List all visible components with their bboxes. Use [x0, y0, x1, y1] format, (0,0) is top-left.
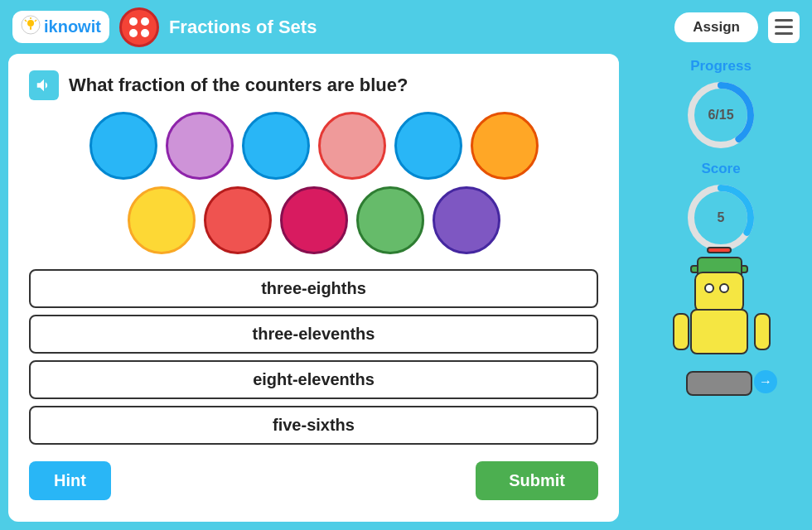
- main-container: What fraction of the counters are blue? …: [0, 54, 812, 530]
- counter-row1-5: [471, 112, 539, 180]
- question-row: What fraction of the counters are blue?: [29, 70, 598, 100]
- question-text: What fraction of the counters are blue?: [69, 75, 408, 96]
- counter-row1-1: [166, 112, 234, 180]
- counter-row2-3: [356, 186, 424, 254]
- assign-button[interactable]: Assign: [674, 12, 758, 42]
- character-area: →: [663, 272, 779, 400]
- robot-head: [694, 272, 744, 313]
- counters-row-1: [89, 112, 539, 180]
- panel-divider: [627, 54, 630, 522]
- menu-line-3: [775, 32, 793, 35]
- counter-row1-2: [242, 112, 310, 180]
- character-robot: →: [663, 272, 779, 400]
- score-circle: 5: [684, 181, 758, 255]
- score-label: Score: [701, 161, 740, 177]
- topic-icon: [119, 7, 159, 47]
- counters-row-2: [128, 186, 500, 254]
- counter-row2-2: [280, 186, 348, 254]
- robot-eye-right: [719, 283, 729, 293]
- hint-button[interactable]: Hint: [29, 461, 111, 500]
- topic-icon-dots: [129, 17, 149, 37]
- topic-title: Fractions of Sets: [169, 17, 317, 38]
- menu-line-2: [775, 26, 793, 28]
- counter-row1-3: [318, 112, 386, 180]
- logo-text: iknowit: [44, 17, 101, 36]
- option-button-1[interactable]: three-eighths: [29, 269, 598, 308]
- option-button-3[interactable]: eight-elevenths: [29, 360, 598, 399]
- counter-row2-4: [433, 186, 500, 254]
- logo: iknowit: [12, 11, 109, 43]
- progress-value: 6/15: [708, 108, 733, 123]
- svg-rect-2: [30, 26, 31, 30]
- menu-line-1: [775, 19, 793, 22]
- option-button-4[interactable]: five-sixths: [29, 406, 598, 445]
- bottom-bar: Hint Submit: [29, 456, 598, 500]
- robot-base: [686, 371, 752, 396]
- robot-body: [690, 309, 748, 354]
- option-button-2[interactable]: three-elevenths: [29, 315, 598, 354]
- logo-icon: [21, 15, 41, 39]
- header: iknowit Fractions of Sets Assign: [0, 0, 812, 54]
- progress-label: Progress: [690, 58, 752, 75]
- next-arrow[interactable]: →: [754, 370, 777, 393]
- robot-arm-right: [754, 313, 771, 350]
- counters-area: [29, 112, 598, 254]
- counter-row2-1: [204, 186, 272, 254]
- counter-row1-4: [394, 112, 462, 180]
- speaker-icon: [35, 76, 53, 94]
- right-panel: Progress 6/15 Score 5: [638, 54, 804, 522]
- counter-row1-0: [89, 112, 157, 180]
- score-value: 5: [718, 210, 725, 225]
- submit-button[interactable]: Submit: [476, 461, 598, 500]
- options-area: three-eighthsthree-eleventhseight-eleven…: [29, 269, 598, 445]
- progress-section: Progress 6/15: [684, 58, 758, 152]
- left-panel: What fraction of the counters are blue? …: [8, 54, 619, 522]
- speaker-button[interactable]: [29, 70, 59, 100]
- menu-button[interactable]: [768, 12, 800, 43]
- score-section: Score 5: [684, 161, 758, 255]
- robot-propeller: [707, 247, 732, 253]
- progress-circle: 6/15: [684, 78, 758, 152]
- robot-eye-left: [704, 283, 714, 293]
- svg-point-1: [27, 20, 34, 26]
- counter-row2-0: [128, 186, 196, 254]
- robot-arm-left: [673, 313, 689, 350]
